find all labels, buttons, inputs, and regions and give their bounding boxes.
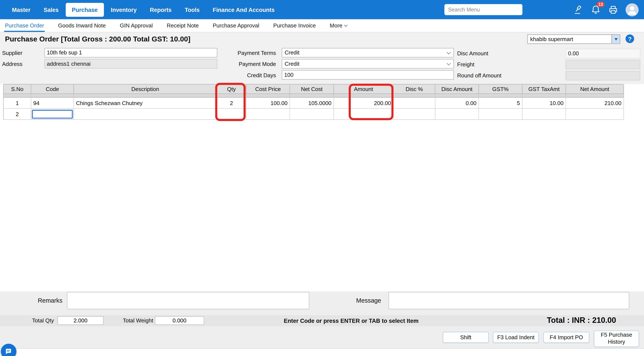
cell-net-cost [290, 109, 334, 120]
nav-item-master[interactable]: Master [6, 3, 37, 17]
cell-disc-amount: 0.00 [435, 98, 479, 109]
roundoff-field[interactable] [566, 71, 640, 80]
cell-gst-pct [479, 109, 522, 120]
f4-import-po-button[interactable]: F4 Import PO [543, 332, 589, 343]
strip-cell [479, 94, 522, 98]
print-icon[interactable] [608, 4, 618, 15]
cell-disc-pct [394, 98, 436, 109]
total-qty-field[interactable] [58, 316, 104, 325]
company-dropdown[interactable]: khabib supermart [527, 34, 620, 44]
strip-cell [217, 94, 246, 98]
col-gst-pct: GST% [479, 84, 522, 94]
order-header-form: Supplier Address Payment Terms Credit Pa… [0, 46, 644, 84]
col-net-amount: Net Amount [566, 84, 624, 94]
payment-mode-select[interactable]: Credit [282, 59, 454, 68]
col-description: Description [74, 84, 217, 94]
search-input[interactable] [444, 4, 522, 15]
cell-gst-pct: 5 [479, 98, 522, 109]
notifications-bell-icon[interactable]: 13 [590, 4, 601, 15]
strip-cell [435, 94, 479, 98]
payment-terms-value: Credit [284, 49, 299, 56]
tab-purchase-approval[interactable]: Purchase Approval [212, 19, 260, 32]
col-cost-price: Cost Price [246, 84, 290, 94]
roundoff-row: Round off Amount [456, 70, 642, 81]
company-dropdown-value: khabib supermart [528, 35, 612, 44]
credit-days-input[interactable] [282, 70, 454, 80]
tab-more[interactable]: More [329, 19, 348, 32]
nav-item-sales[interactable]: Sales [38, 3, 65, 17]
tab-gin-approval[interactable]: GIN Approval [119, 19, 154, 32]
chevron-down-icon [446, 50, 451, 54]
nav-item-reports[interactable]: Reports [144, 3, 178, 17]
help-button[interactable]: ? [626, 34, 634, 43]
cell-net-cost: 105.0000 [290, 98, 334, 109]
strip-cell [522, 94, 566, 98]
payment-terms-select[interactable]: Credit [282, 48, 454, 57]
tab-label: Goods Inward Note [58, 22, 106, 29]
chevron-down-icon [446, 61, 451, 65]
user-avatar[interactable] [626, 3, 639, 16]
col-disc-pct: Disc % [394, 84, 436, 94]
gavel-icon[interactable] [572, 4, 583, 15]
supplier-input[interactable] [44, 48, 217, 57]
cell-qty [217, 109, 246, 120]
tab-label: Purchase Invoice [273, 22, 316, 29]
cell-gst-taxamt: 10.00 [522, 98, 566, 109]
table-filter-strip [4, 94, 623, 98]
strip-cell [31, 94, 74, 98]
remarks-textarea[interactable] [67, 292, 309, 309]
purchase-order-page: Master Sales Purchase Inventory Reports … [0, 0, 644, 356]
nav-item-inventory[interactable]: Inventory [104, 3, 143, 17]
totals-band: Total Qty Total Weight Enter Code or pre… [0, 315, 644, 327]
page-title: Purchase Order [Total Gross : 200.00 Tot… [5, 35, 190, 44]
remarks-label: Remarks [25, 297, 62, 304]
payment-mode-label: Payment Mode [229, 61, 276, 67]
tab-purchase-invoice[interactable]: Purchase Invoice [272, 19, 316, 32]
tab-label: More [330, 22, 342, 29]
strip-cell [4, 94, 31, 98]
disc-amount-row: Disc Amount 0.00 [456, 48, 642, 59]
disc-amount-label: Disc Amount [456, 50, 566, 57]
title-bar: Purchase Order [Total Gross : 200.00 Tot… [0, 32, 644, 46]
chevron-down-icon [344, 23, 347, 26]
footer-panel: Remarks Message Total Qty Total Weight E… [0, 291, 644, 349]
credit-days-label: Credit Days [229, 72, 276, 78]
f5-purchase-history-button[interactable]: F5 Purchase History [594, 331, 639, 347]
code-input[interactable] [32, 110, 72, 118]
shift-button[interactable]: Shift [443, 332, 489, 343]
company-dropdown-arrow[interactable] [612, 35, 620, 44]
charges-panel: Disc Amount 0.00 Freight Round off Amoun… [456, 48, 642, 81]
items-table: S.No Code Description Qty Cost Price Net… [3, 84, 623, 120]
module-tab-bar: Purchase Order Goods Inward Note GIN App… [0, 19, 644, 32]
table-row: 1 94 Chings Schezwan Chutney 2 100.00 10… [4, 98, 623, 109]
message-textarea[interactable] [388, 292, 629, 309]
freight-field[interactable] [566, 60, 640, 69]
entry-hint-text: Enter Code or press ENTER or TAB to sele… [230, 318, 472, 324]
cell-gst-taxamt [522, 109, 566, 120]
tab-goods-inward-note[interactable]: Goods Inward Note [57, 19, 107, 32]
col-sno: S.No [4, 84, 31, 94]
cell-cost-price [246, 109, 290, 120]
freight-row: Freight [456, 59, 642, 70]
tab-purchase-order[interactable]: Purchase Order [4, 19, 45, 32]
cell-sno: 2 [4, 109, 31, 120]
cell-disc-pct [394, 109, 436, 120]
nav-item-tools[interactable]: Tools [178, 3, 206, 17]
table-header-row: S.No Code Description Qty Cost Price Net… [4, 84, 623, 94]
disc-amount-field[interactable]: 0.00 [566, 49, 640, 58]
roundoff-label: Round off Amount [456, 72, 566, 79]
col-qty: Qty [217, 84, 246, 94]
nav-item-finance-and-accounts[interactable]: Finance And Accounts [206, 3, 281, 17]
address-field[interactable] [44, 59, 217, 68]
total-weight-field[interactable] [155, 316, 204, 325]
grand-total-text: Total : INR : 210.00 [547, 316, 616, 325]
cell-disc-amount [435, 109, 479, 120]
cell-code [31, 109, 74, 120]
tab-receipt-note[interactable]: Receipt Note [166, 19, 200, 32]
tab-label: GIN Approval [120, 22, 153, 29]
strip-cell [566, 94, 624, 98]
col-amount: Amount [334, 84, 394, 94]
f3-load-indent-button[interactable]: F3 Load Indent [493, 332, 539, 343]
nav-item-purchase[interactable]: Purchase [66, 3, 104, 17]
strip-cell [246, 94, 290, 98]
